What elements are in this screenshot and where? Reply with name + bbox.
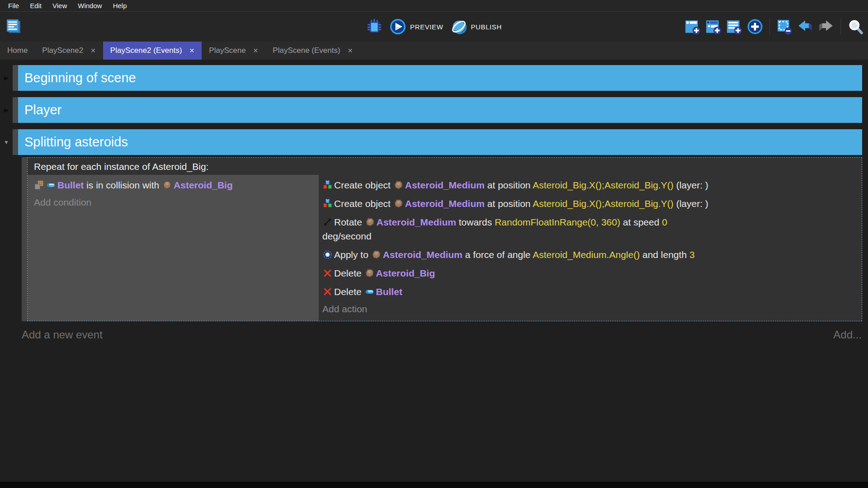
tab-label: PlayScene2 (Events): [110, 46, 182, 55]
preview-play-icon: [390, 19, 406, 35]
toolbar-separator: [840, 19, 841, 35]
content-indent-strip: [22, 157, 27, 321]
group-header-player[interactable]: Player: [18, 97, 862, 123]
group-header-beginning-of-scene[interactable]: Beginning of scene: [18, 65, 862, 91]
preview-label: PREVIEW: [410, 23, 443, 31]
action-row[interactable]: Delete Asteroid_Big: [321, 264, 857, 282]
add-condition-button[interactable]: Add condition: [33, 194, 316, 211]
asteroid-icon: [162, 179, 172, 189]
tab-close-icon[interactable]: ✕: [189, 47, 195, 54]
action-row[interactable]: Apply to Asteroid_Medium a force of angl…: [321, 245, 857, 264]
preview-button[interactable]: PREVIEW: [390, 19, 443, 35]
text-segment: at position: [485, 198, 533, 209]
text-segment: towards: [456, 217, 495, 227]
asteroid-icon: [365, 216, 375, 226]
events-footer: Add a new event Add...: [22, 328, 862, 341]
actions-column: Create object Asteroid_Medium at positio…: [319, 175, 862, 321]
text-segment: Bullet: [376, 286, 402, 297]
text-segment: (layer: ): [674, 198, 708, 209]
tab-label: PlayScene2: [42, 46, 83, 55]
condition-row[interactable]: Bullet is in collision with Asteroid_Big: [33, 176, 316, 194]
expand-triangle-icon[interactable]: ▶: [4, 107, 9, 113]
bottom-bar: [0, 482, 868, 488]
publish-label: PUBLISH: [471, 23, 502, 31]
text-segment: Asteroid_Big: [376, 268, 435, 278]
text-segment: 3: [689, 249, 695, 260]
force-icon: [323, 249, 332, 258]
menu-item-file[interactable]: File: [3, 1, 24, 10]
text-segment: Asteroid_Big: [174, 180, 233, 190]
menu-item-window[interactable]: Window: [72, 1, 107, 10]
tab-close-icon[interactable]: ✕: [253, 47, 259, 54]
text-segment: Asteroid_Big.X();Asteroid_Big.Y(): [533, 180, 674, 190]
publish-button[interactable]: PUBLISH: [451, 19, 502, 35]
delete-icon: [323, 267, 332, 277]
group-gutter: ▶: [0, 97, 13, 123]
asteroid-icon: [394, 179, 403, 189]
text-segment: Delete: [334, 268, 364, 278]
event-group: ▶Player: [0, 97, 862, 123]
text-segment: Apply to: [334, 249, 371, 260]
tab-label: PlayScene (Events): [273, 46, 340, 55]
tab-bar: HomePlayScene2✕PlayScene2 (Events)✕PlayS…: [0, 42, 868, 60]
add-subevent-icon[interactable]: [705, 19, 722, 35]
tab-close-icon[interactable]: ✕: [348, 47, 353, 54]
collision-icon: [34, 179, 44, 189]
text-segment: at position: [485, 180, 533, 190]
text-segment: (layer: ): [674, 180, 708, 190]
collapse-triangle-icon[interactable]: ▼: [4, 140, 9, 145]
text-segment: RandomFloatInRange(0, 360): [495, 217, 620, 227]
redo-icon[interactable]: [818, 19, 834, 35]
text-segment: Asteroid_Medium: [405, 180, 485, 190]
menu-item-edit[interactable]: Edit: [24, 1, 47, 10]
tab-close-icon[interactable]: ✕: [90, 47, 96, 54]
action-row[interactable]: Rotate Asteroid_Medium towards RandomFlo…: [321, 213, 857, 245]
tab-home[interactable]: Home: [0, 42, 35, 60]
text-segment: is in collision with: [84, 180, 162, 190]
menu-item-view[interactable]: View: [47, 1, 72, 10]
action-row[interactable]: Delete Bullet: [321, 282, 857, 301]
tab-playscene-events-[interactable]: PlayScene (Events)✕: [265, 42, 360, 60]
create-object-icon: [323, 179, 332, 189]
conditions-column: Bullet is in collision with Asteroid_Big…: [28, 175, 319, 321]
debug-icon[interactable]: [366, 19, 382, 35]
search-icon[interactable]: [847, 19, 863, 35]
selected-event[interactable]: Repeat for each instance of Asteroid_Big…: [27, 157, 862, 321]
text-segment: at speed: [620, 217, 662, 227]
toolbar: PREVIEW PUBLISH: [0, 12, 868, 42]
publish-globe-icon: [451, 19, 467, 35]
group-indent-strip: [13, 65, 18, 91]
group-header-splitting-asteroids[interactable]: Splitting asteroids: [18, 129, 862, 155]
bullet-icon: [365, 286, 374, 296]
text-segment: Rotate: [334, 217, 365, 227]
select-instructions-icon[interactable]: [776, 19, 793, 35]
group-indent-strip: [13, 129, 18, 155]
repeat-event-text[interactable]: Repeat for each instance of Asteroid_Big…: [28, 158, 862, 175]
bullet-icon: [46, 179, 56, 189]
add-more-button[interactable]: Add...: [833, 328, 862, 341]
asteroid-icon: [394, 198, 403, 207]
event-group: ▼Splitting asteroids: [0, 129, 862, 155]
add-circle-icon[interactable]: [747, 19, 763, 35]
tab-playscene2[interactable]: PlayScene2✕: [35, 42, 103, 60]
add-event-icon[interactable]: [684, 19, 701, 35]
group-content: Repeat for each instance of Asteroid_Big…: [22, 157, 862, 321]
group-gutter: ▶: [0, 65, 13, 91]
text-segment: deg/second: [322, 231, 372, 241]
tab-playscene2-events-[interactable]: PlayScene2 (Events)✕: [103, 42, 202, 60]
group-gutter: ▼: [0, 129, 13, 155]
asteroid-icon: [372, 249, 381, 258]
action-row[interactable]: Create object Asteroid_Medium at positio…: [321, 176, 857, 194]
text-segment: a force of angle: [462, 249, 533, 260]
group-indent-strip: [13, 97, 18, 123]
add-action-button[interactable]: Add action: [321, 301, 857, 317]
rotate-icon: [323, 216, 332, 226]
add-new-event-button[interactable]: Add a new event: [22, 328, 103, 341]
tab-playscene[interactable]: PlayScene✕: [202, 42, 265, 60]
add-comment-icon[interactable]: [726, 19, 742, 35]
expand-triangle-icon[interactable]: ▶: [4, 75, 9, 81]
menu-item-help[interactable]: Help: [108, 1, 132, 10]
events-sheet: ▶Beginning of scene▶Player▼Splitting ast…: [0, 60, 868, 321]
action-row[interactable]: Create object Asteroid_Medium at positio…: [321, 194, 857, 213]
undo-icon[interactable]: [797, 19, 813, 35]
